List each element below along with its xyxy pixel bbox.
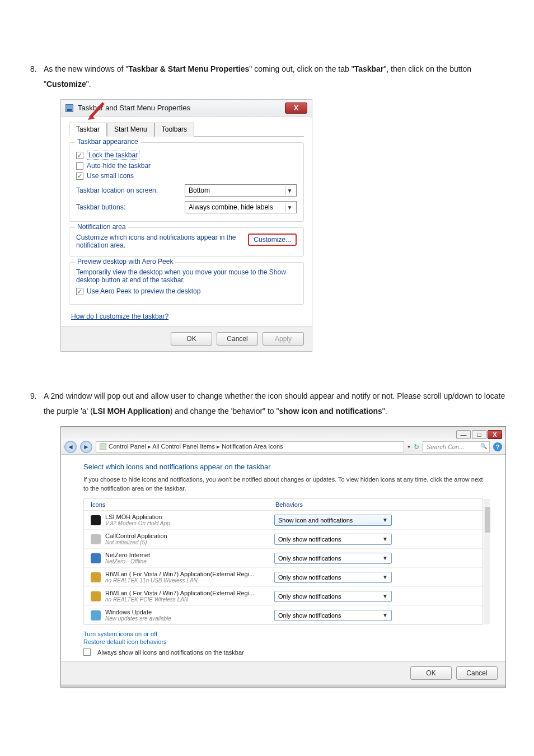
help-icon[interactable]: ?: [493, 442, 502, 451]
ok-button[interactable]: OK: [171, 332, 212, 346]
row-name: Windows Update: [105, 609, 274, 615]
app-icon: [91, 534, 101, 544]
t: Taskbar: [354, 64, 384, 73]
taskbar-properties-dialog: Taskbar and Start Menu Properties X Task…: [60, 99, 312, 352]
row-status: Not initialized (5): [105, 539, 274, 545]
group-aero-peek: Preview desktop with Aero Peek Temporari…: [69, 262, 304, 305]
chevron-down-icon: ▼: [285, 186, 294, 195]
icons-table: Icons Behaviors LSI MOH ApplicationV.92 …: [83, 498, 483, 625]
select-location-value: Bottom: [189, 186, 210, 194]
t: ) and change the 'behavior" to ": [170, 407, 279, 416]
t: Customize: [46, 80, 86, 88]
label-location: Taskbar location on screen:: [76, 186, 158, 194]
row-name: LSI MOH Application: [105, 514, 274, 520]
tab-taskbar[interactable]: Taskbar: [69, 123, 107, 137]
tab-start-menu[interactable]: Start Menu: [107, 123, 154, 137]
select-location[interactable]: Bottom ▼: [185, 184, 297, 197]
window-controls: — □ X: [61, 427, 505, 439]
breadcrumb-text: Control Panel ▸ All Control Panel Items …: [109, 443, 283, 450]
t: ".: [86, 80, 91, 88]
app-icon: [91, 553, 101, 563]
app-icon: [65, 104, 73, 112]
chevron-down-icon: ▼: [381, 555, 389, 561]
minimize-button[interactable]: —: [456, 430, 471, 439]
col-icons: Icons: [91, 501, 275, 508]
behavior-select[interactable]: Show icon and notifications▼: [274, 515, 392, 526]
table-row: RtWLan ( For Vista / Win7) Application(E…: [84, 567, 483, 586]
t: " coming out, click on the tab ": [249, 64, 354, 73]
behavior-value: Only show notifications: [278, 555, 341, 562]
tab-toolbars[interactable]: Toolbars: [154, 123, 194, 137]
row-status: no REALTEK 11n USB Wireless LAN: [105, 577, 274, 584]
close-button[interactable]: X: [285, 102, 307, 114]
chevron-down-icon: ▼: [381, 536, 389, 542]
checkbox-auto-hide[interactable]: [76, 162, 83, 170]
dropdown-icon[interactable]: ▾: [407, 444, 410, 450]
window-edge: [61, 684, 505, 688]
cancel-button[interactable]: Cancel: [217, 332, 258, 346]
behavior-value: Show icon and notifications: [278, 517, 353, 524]
behavior-value: Only show notifications: [278, 612, 341, 619]
ok-button[interactable]: OK: [410, 666, 452, 680]
table-row: LSI MOH ApplicationV.92 Modem On Hold Ap…: [84, 511, 483, 529]
legend: Preview desktop with Aero Peek: [75, 258, 175, 265]
label-auto-hide: Auto-hide the taskbar: [87, 162, 151, 170]
select-buttons[interactable]: Always combine, hide labels ▼: [185, 201, 297, 213]
back-button[interactable]: ◄: [64, 441, 77, 453]
behavior-value: Only show notifications: [278, 593, 341, 600]
app-icon: [91, 610, 101, 620]
chevron-down-icon: ▼: [381, 517, 389, 523]
apply-button[interactable]: Apply: [263, 332, 304, 346]
legend: Taskbar appearance: [75, 138, 140, 146]
page-heading: Select which icons and notifications app…: [83, 463, 483, 471]
app-icon: [91, 515, 101, 525]
label-buttons: Taskbar buttons:: [76, 203, 125, 211]
t: ".: [382, 407, 387, 416]
step-8-number: 8.: [27, 62, 44, 77]
titlebar[interactable]: Taskbar and Start Menu Properties X: [61, 100, 312, 116]
t: show icon and notifications: [279, 407, 382, 416]
refresh-icon[interactable]: ↻: [414, 443, 419, 451]
link-turn-system-icons[interactable]: Turn system icons on or off: [83, 631, 483, 637]
table-row: NetZero InternetNetZero - OfflineOnly sh…: [84, 548, 483, 567]
page-subtext: If you choose to hide icons and notifica…: [83, 475, 483, 493]
label-lock-taskbar: Lock the taskbar: [87, 151, 139, 160]
tabs: Taskbar Start Menu Toolbars: [69, 122, 304, 137]
cancel-button[interactable]: Cancel: [456, 666, 498, 680]
row-status: NetZero - Offline: [105, 558, 274, 564]
t: As the new windows of ": [44, 64, 128, 73]
search-input[interactable]: Search Con...: [423, 441, 490, 452]
behavior-select[interactable]: Only show notifications▼: [274, 572, 392, 583]
maximize-button[interactable]: □: [472, 430, 486, 439]
customize-button[interactable]: Customize...: [248, 234, 297, 246]
behavior-select[interactable]: Only show notifications▼: [274, 610, 392, 621]
row-name: RtWLan ( For Vista / Win7) Application(E…: [105, 571, 274, 577]
link-restore-defaults[interactable]: Restore default icon behaviors: [83, 638, 483, 645]
behavior-select[interactable]: Only show notifications▼: [274, 553, 392, 564]
scrollbar[interactable]: [484, 499, 490, 624]
col-behaviors: Behaviors: [275, 501, 303, 508]
forward-button[interactable]: ►: [80, 441, 92, 453]
breadcrumb[interactable]: Control Panel ▸ All Control Panel Items …: [96, 441, 404, 452]
row-name: CallControl Application: [105, 533, 274, 539]
chevron-down-icon: ▼: [381, 593, 389, 599]
label-small-icons: Use small icons: [87, 172, 134, 180]
row-status: New updates are available: [105, 615, 274, 622]
close-button[interactable]: X: [488, 430, 502, 439]
chevron-down-icon: ▼: [381, 612, 389, 618]
behavior-select[interactable]: Only show notifications▼: [274, 534, 392, 545]
behavior-select[interactable]: Only show notifications▼: [274, 591, 392, 602]
checkbox-lock-taskbar[interactable]: [76, 152, 83, 159]
help-link[interactable]: How do I customize the taskbar?: [71, 312, 168, 320]
checkbox-aero-peek[interactable]: [76, 288, 83, 295]
label-aero-peek: Use Aero Peek to preview the desktop: [87, 287, 200, 295]
group-appearance: Taskbar appearance Lock the taskbar Auto…: [69, 142, 304, 222]
app-icon: [91, 591, 101, 601]
checkbox-always-show-all[interactable]: [83, 648, 91, 656]
step-9-number: 9.: [27, 389, 44, 404]
dialog-title: Taskbar and Start Menu Properties: [78, 104, 190, 112]
step-8-text: As the new windows of "Taskbar & Start M…: [44, 62, 507, 91]
notification-area-icons-window: — □ X ◄ ► Control Panel ▸ All Control Pa…: [60, 426, 506, 688]
group-notification-area: Notification area Customize which icons …: [69, 227, 304, 256]
checkbox-small-icons[interactable]: [76, 172, 83, 180]
